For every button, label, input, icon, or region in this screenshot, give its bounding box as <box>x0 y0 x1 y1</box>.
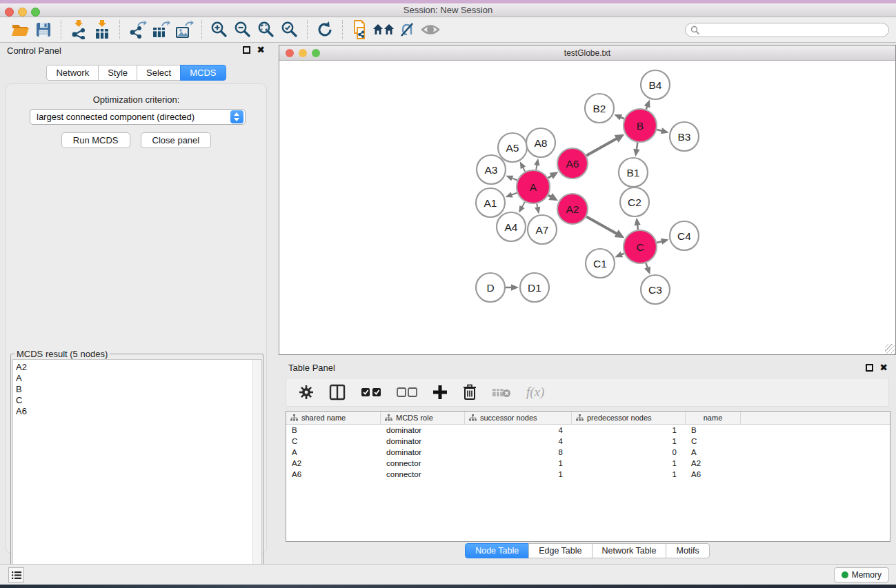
table-cell[interactable]: A <box>686 447 741 458</box>
table-cell[interactable]: connector <box>381 469 465 480</box>
table-cell[interactable]: 1 <box>465 469 572 480</box>
mcds-result-item[interactable]: A2 <box>16 362 252 373</box>
show-all-columns-icon[interactable] <box>361 387 381 398</box>
home-button[interactable] <box>372 19 395 40</box>
tab-network-table[interactable]: Network Table <box>592 543 667 558</box>
import-network-button[interactable] <box>67 19 90 40</box>
table-cell[interactable]: B <box>286 425 381 436</box>
table-cell[interactable]: 1 <box>572 436 686 447</box>
maximize-window-button[interactable] <box>31 8 40 17</box>
import-table-button[interactable] <box>90 19 114 40</box>
clone-network-button[interactable] <box>348 19 372 40</box>
table-cell[interactable]: C <box>286 436 381 447</box>
close-window-button[interactable] <box>5 8 14 17</box>
save-session-button[interactable] <box>32 19 55 40</box>
zoom-in-icon <box>210 21 228 39</box>
table-row[interactable]: Bdominator41B <box>286 425 890 436</box>
close-table-panel-icon[interactable]: ✖ <box>879 363 888 372</box>
export-network-button[interactable] <box>126 19 149 40</box>
add-column-icon[interactable] <box>432 385 448 400</box>
close-network-button[interactable] <box>286 49 294 57</box>
export-table-button[interactable] <box>149 19 172 40</box>
mcds-result-item[interactable]: B <box>16 384 252 395</box>
graph-edge-A6-B[interactable] <box>586 137 619 155</box>
table-row[interactable]: A6connector11A6 <box>286 469 890 480</box>
table-row[interactable]: A2connector11A2 <box>286 458 890 469</box>
network-canvas[interactable]: AA1A3A5A8A4A7A6A2BB2B4B3B1CC2C4C1C3DD1 <box>280 61 895 354</box>
table-row[interactable]: Adominator80A <box>286 447 890 458</box>
graph-edge-A2-C[interactable] <box>586 216 619 234</box>
tab-select[interactable]: Select <box>137 65 181 81</box>
scrollbar[interactable] <box>252 360 261 588</box>
mcds-result-list[interactable]: A2ABCA6 <box>13 360 252 588</box>
table-cell[interactable]: connector <box>381 458 465 469</box>
tab-mcds[interactable]: MCDS <box>180 65 226 81</box>
float-panel-icon[interactable] <box>243 46 250 54</box>
table-cell[interactable]: B <box>686 425 741 436</box>
resize-grip-icon[interactable] <box>885 344 895 354</box>
table-cell[interactable]: 4 <box>465 436 572 447</box>
column-header-name[interactable]: name <box>686 412 741 424</box>
table-cell[interactable]: 4 <box>465 425 572 436</box>
table-cell[interactable]: A <box>286 447 381 458</box>
run-mcds-button[interactable]: Run MCDS <box>61 132 130 148</box>
table-cell[interactable]: 1 <box>465 458 572 469</box>
close-panel-icon[interactable]: ✖ <box>257 45 265 54</box>
export-image-button[interactable] <box>172 19 196 40</box>
table-cell[interactable]: dominator <box>381 425 465 436</box>
table-cell[interactable]: C <box>686 436 741 447</box>
table-cell[interactable]: 1 <box>572 469 686 480</box>
column-layout-icon[interactable] <box>329 384 346 401</box>
eye-button[interactable] <box>419 19 442 40</box>
tab-edge-table[interactable]: Edge Table <box>528 543 592 558</box>
zoom-fit-button[interactable] <box>255 19 278 40</box>
mcds-result-item[interactable]: A <box>16 373 252 384</box>
tab-node-table[interactable]: Node Table <box>465 543 529 558</box>
network-graph[interactable]: AA1A3A5A8A4A7A6A2BB2B4B3B1CC2C4C1C3DD1 <box>280 61 895 354</box>
open-session-button[interactable] <box>8 19 32 40</box>
table-cell[interactable]: 1 <box>572 458 686 469</box>
delete-column-icon[interactable] <box>463 384 477 401</box>
mcds-result-item[interactable]: C <box>16 395 252 406</box>
table-cell[interactable]: A6 <box>286 469 381 480</box>
refresh-button[interactable] <box>313 19 337 40</box>
minimize-window-button[interactable] <box>18 8 27 17</box>
table-cell[interactable]: dominator <box>381 436 465 447</box>
table-cell[interactable]: dominator <box>381 447 465 458</box>
table-row[interactable]: Cdominator41C <box>286 436 890 447</box>
column-header-shared-name[interactable]: shared name <box>286 412 381 424</box>
tab-style[interactable]: Style <box>98 65 137 81</box>
zoom-selected-button[interactable] <box>278 19 301 40</box>
gear-icon[interactable] <box>299 385 314 400</box>
tab-motifs[interactable]: Motifs <box>666 543 709 558</box>
table-cell[interactable]: A2 <box>286 458 381 469</box>
column-header-successor-nodes[interactable]: successor nodes <box>465 412 572 424</box>
criterion-select[interactable]: largest connected component (directed) <box>30 109 246 125</box>
open-session-icon <box>11 21 29 38</box>
task-history-button[interactable] <box>8 567 24 582</box>
table-cell[interactable]: 1 <box>572 425 686 436</box>
optimization-criterion-label: Optimization criterion: <box>6 94 266 105</box>
table-cell[interactable]: A2 <box>686 458 741 469</box>
table-cell[interactable]: 8 <box>465 447 572 458</box>
hide-labels-button[interactable] <box>395 19 419 40</box>
graph-node-label: D1 <box>528 282 541 294</box>
column-header-MCDS-role[interactable]: MCDS role <box>381 412 465 424</box>
mcds-result-item[interactable]: A6 <box>16 406 252 417</box>
zoom-in-button[interactable] <box>208 19 231 40</box>
search-field-wrap <box>685 23 889 37</box>
graph-node-label: B1 <box>627 167 640 179</box>
search-input[interactable] <box>685 23 889 37</box>
column-header-predecessor-nodes[interactable]: predecessor nodes <box>572 412 686 424</box>
minimize-network-button[interactable] <box>299 49 307 57</box>
hide-all-columns-icon[interactable] <box>397 387 417 398</box>
maximize-network-button[interactable] <box>312 49 320 57</box>
table-cell[interactable]: A6 <box>686 469 741 480</box>
table-cell[interactable]: 0 <box>572 447 686 458</box>
memory-button[interactable]: Memory <box>834 567 889 582</box>
float-table-panel-icon[interactable] <box>866 364 873 372</box>
zoom-out-button[interactable] <box>231 19 255 40</box>
tab-network[interactable]: Network <box>46 65 99 81</box>
search-icon <box>690 26 700 35</box>
close-panel-button[interactable]: Close panel <box>141 132 212 148</box>
